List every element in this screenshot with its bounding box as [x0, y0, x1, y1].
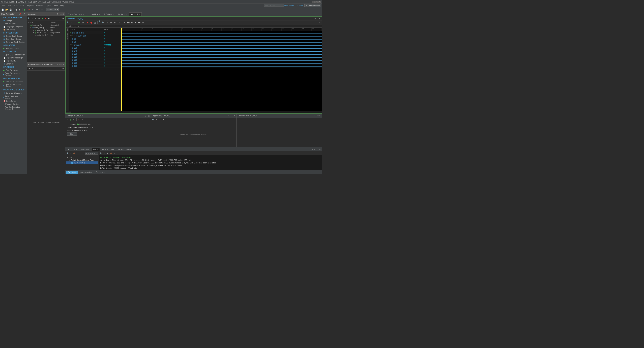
waveform-step[interactable]: ⏭ [81, 21, 84, 24]
trigger-remove[interactable]: − [158, 118, 162, 121]
tab-led-twinkle-close[interactable]: ✕ [99, 13, 100, 15]
nav-item-run-implementation[interactable]: ▶ Run Implementation [0, 80, 27, 83]
settings-step[interactable]: ⏭ [73, 118, 76, 121]
waveform-zoom-in[interactable]: 🔍+ [98, 21, 102, 24]
console-pop[interactable]: □ [316, 148, 318, 151]
nav-item-open-elaborated[interactable]: ▸ Open Elaborated Design [0, 53, 27, 56]
nav-item-report-methodology[interactable]: 📋 Report Methodology [0, 56, 27, 59]
props-close[interactable]: ✕ [62, 63, 64, 65]
wave-name-cnt-24[interactable]: ◈ [24] [70, 49, 103, 52]
console-filter-btn[interactable]: ≡ [70, 152, 72, 155]
console-question[interactable]: ? [311, 148, 314, 151]
trigger-question[interactable]: ? [228, 115, 229, 117]
tab-ip-catalog-close[interactable]: ✕ [113, 13, 114, 15]
flow-nav-minimize[interactable]: − [22, 13, 23, 15]
nav-item-run-simulation[interactable]: ▶ Run Simulation [0, 47, 27, 50]
nav-item-generate-bitstream[interactable]: ⚙ Generate Bitstream [0, 91, 27, 94]
dashboard-button[interactable]: Dashboard ▾ [46, 8, 59, 11]
waveform-minimize[interactable]: − [315, 17, 316, 19]
hw-step-button[interactable]: ⏭ [48, 17, 50, 20]
trigger-pop[interactable]: □ [232, 115, 233, 117]
menu-view[interactable]: View [52, 4, 59, 7]
log-export[interactable]: 📤 [110, 152, 113, 155]
save-button[interactable]: 💾 [9, 8, 12, 11]
wave-name-cnt-20[interactable]: ◈ [20] [70, 61, 103, 64]
waveform-prev-edge[interactable]: ◀◀ [126, 21, 130, 24]
tab-project-summary[interactable]: Project Summary ✕ [66, 12, 86, 16]
hw-panel-pop[interactable]: □ [60, 13, 62, 15]
waveform-remove[interactable]: − [74, 21, 77, 24]
waveform-pop[interactable]: □ [317, 17, 318, 19]
tab-ila-veo[interactable]: ila_0.veo ✕ [116, 12, 129, 16]
nav-section-simulation-header[interactable]: ▼ SIMULATION [0, 43, 27, 47]
nav-item-add-sources[interactable]: + Add Sources [0, 22, 27, 25]
step-button[interactable]: ⏭ [31, 8, 35, 11]
settings-minimize[interactable]: − [147, 115, 148, 117]
capture-question[interactable]: ? [314, 115, 315, 117]
console-minimize[interactable]: − [314, 148, 316, 151]
log-search[interactable]: 🔍 [100, 152, 102, 155]
close-button[interactable]: ✕ [318, 1, 321, 3]
cnt-expand[interactable]: ▼ [70, 44, 72, 46]
hw-tree-item-hw-ila[interactable]: ▶ ◉ hw_ila_1 ( ) Idle [28, 34, 64, 36]
waveform-marker[interactable]: ⬥ [118, 21, 121, 24]
window-controls[interactable]: ─ □ ✕ [312, 1, 321, 3]
nav-section-ip-integrator-header[interactable]: ▼ IP INTEGRATOR [0, 31, 27, 34]
nav-section-rtl-header[interactable]: ▼ RTL ANALYSIS [0, 50, 27, 53]
nav-item-generate-block-design[interactable]: ▣ Generate Block Design [0, 40, 27, 43]
waveform-zoom-sel[interactable]: ⊞ [109, 21, 113, 24]
flow-nav-close[interactable]: ✕ [24, 13, 25, 15]
stop-button[interactable]: ■ [27, 8, 31, 11]
capture-pop[interactable]: □ [317, 115, 318, 117]
hw-disconnect-button[interactable]: ✂ [38, 17, 40, 20]
waveform-last[interactable]: ⏭ [141, 21, 144, 24]
console-tab-serial-scans[interactable]: Serial I/O Scans [116, 148, 133, 151]
hw-settings-button[interactable]: ⚙ [62, 17, 64, 20]
waveform-next-edge[interactable]: ▶▶ [138, 21, 141, 24]
nav-item-program-device[interactable]: ⬇ Program Device [0, 102, 27, 105]
nav-section-project-manager-header[interactable]: ▼ PROJECT MANAGER [0, 16, 27, 19]
hw-panel-minimize[interactable]: − [59, 13, 60, 15]
wave-name-led-obuf[interactable]: ▼ ◈ led_OBUF[1:0] [70, 34, 103, 37]
menu-layout[interactable]: Layout [44, 4, 52, 7]
tab-hw-ila-1[interactable]: hw_ila_1 ✕ [129, 12, 142, 16]
props-minimize[interactable]: − [59, 63, 60, 65]
wave-name-cnt-19[interactable]: ◈ [19] [70, 64, 103, 67]
waveform-run[interactable]: ▶ [78, 21, 81, 24]
trigger-minimize[interactable]: − [230, 115, 231, 117]
waveform-stop[interactable]: ■ [86, 21, 89, 24]
tab-bar-question[interactable]: ? [314, 13, 316, 15]
nav-item-create-block-design[interactable]: ▣ Create Block Design [0, 34, 27, 37]
waveform-settings[interactable]: ⚙ [318, 21, 321, 24]
nav-item-open-block-design[interactable]: ▣ Open Block Design [0, 37, 27, 40]
waveform-scrollbar[interactable] [66, 111, 322, 113]
bottom-tab-implementation[interactable]: Implementation [78, 171, 94, 174]
dashboard-options-tab[interactable]: Dashboard Options [67, 28, 68, 40]
menu-reports[interactable]: Reports [26, 4, 35, 7]
nav-section-synthesis-header[interactable]: ▼ SYNTHESIS [0, 65, 27, 69]
console-tree-synth1[interactable]: ▼ synth_1 [66, 156, 98, 159]
waveform-next[interactable]: ▶ [134, 21, 137, 24]
new-file-button[interactable]: 📄 [1, 8, 4, 11]
console-filter-input[interactable] [85, 152, 98, 155]
console-close[interactable]: ✕ [318, 148, 321, 151]
props-nav-forward[interactable]: ▶ [31, 67, 34, 70]
nav-item-run-synthesis[interactable]: ▶ Run Synthesis [0, 69, 27, 72]
quick-access-input[interactable] [264, 4, 284, 7]
nav-item-open-synthesized[interactable]: ▸ Open Synthesized Design [0, 72, 27, 77]
wave-name-cnt-22[interactable]: ◈ [22] [70, 55, 103, 58]
nav-item-settings[interactable]: ⚙ Settings [0, 19, 27, 22]
settings-stop[interactable]: ■ [77, 118, 80, 121]
settings-pop[interactable]: □ [148, 115, 150, 117]
menu-edit[interactable]: Edit [6, 4, 12, 7]
console-tree-ooc[interactable]: ▼ Out-of-Context Module Runs [66, 159, 98, 161]
menu-file[interactable]: File [1, 4, 6, 7]
trigger-search[interactable]: 🔍 [152, 118, 155, 121]
tab-hw-ila-close[interactable]: ✕ [138, 13, 140, 15]
log-filter[interactable]: ≡ [103, 152, 106, 155]
console-search-btn[interactable]: 🔍 [66, 152, 69, 155]
console-tab-tcl[interactable]: Tcl Console [66, 148, 79, 151]
waveform-record[interactable]: ⬤ [90, 21, 93, 24]
tab-ip-catalog[interactable]: IP Catalog ✕ [102, 12, 116, 16]
hw-tree-item-xilinx[interactable]: ▼ ⬡ xilinx_tcf/Digi... Open [28, 26, 64, 29]
